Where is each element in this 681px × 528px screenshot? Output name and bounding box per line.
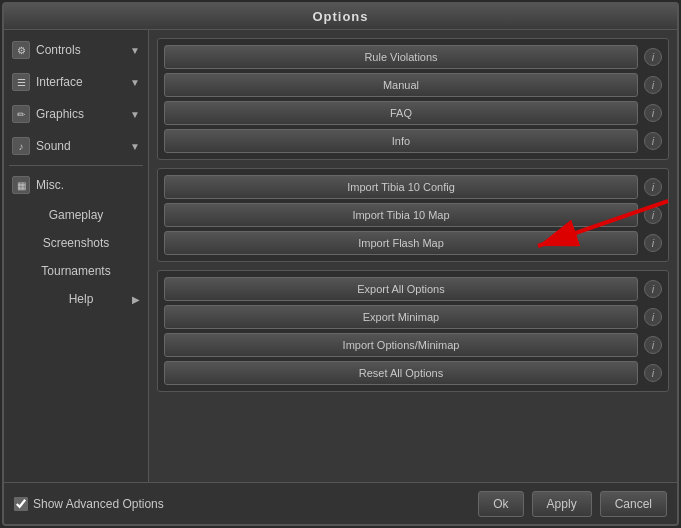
chevron-down-icon: ▼: [130, 77, 140, 88]
controls-icon: ⚙: [12, 41, 30, 59]
right-panel: Rule Violations i Manual i FAQ i Info i: [149, 30, 677, 482]
option-row: Info i: [164, 129, 662, 153]
show-advanced-text: Show Advanced Options: [33, 497, 164, 511]
bottom-bar: Show Advanced Options Ok Apply Cancel: [4, 482, 677, 524]
show-advanced-label[interactable]: Show Advanced Options: [14, 497, 164, 511]
sidebar-item-interface[interactable]: ☰ Interface ▼: [4, 67, 148, 97]
cancel-button[interactable]: Cancel: [600, 491, 667, 517]
info-icon[interactable]: i: [644, 336, 662, 354]
info-icon[interactable]: i: [644, 104, 662, 122]
export-all-options-button[interactable]: Export All Options: [164, 277, 638, 301]
sidebar-item-label: Controls: [36, 43, 124, 57]
import-tibia-group: Import Tibia 10 Config i Import Tibia 10…: [157, 168, 669, 262]
sidebar-item-screenshots[interactable]: Screenshots: [4, 230, 148, 256]
info-icon[interactable]: i: [644, 234, 662, 252]
reset-all-options-button[interactable]: Reset All Options: [164, 361, 638, 385]
sidebar-item-label: Gameplay: [49, 208, 104, 222]
sidebar-divider: [9, 165, 143, 166]
dialog-title: Options: [4, 4, 677, 30]
rule-violations-button[interactable]: Rule Violations: [164, 45, 638, 69]
chevron-down-icon: ▼: [130, 45, 140, 56]
option-row: Import Tibia 10 Config i: [164, 175, 662, 199]
ok-button[interactable]: Ok: [478, 491, 523, 517]
sidebar-item-gameplay[interactable]: Gameplay: [4, 202, 148, 228]
option-row: Import Tibia 10 Map i: [164, 203, 662, 227]
option-row: Export Minimap i: [164, 305, 662, 329]
sidebar-item-label: Interface: [36, 75, 124, 89]
chevron-right-icon: ▶: [132, 294, 140, 305]
sidebar-item-label: Help: [36, 292, 126, 306]
import-tibia10-map-button[interactable]: Import Tibia 10 Map: [164, 203, 638, 227]
misc-icon: ▦: [12, 176, 30, 194]
import-options-minimap-button[interactable]: Import Options/Minimap: [164, 333, 638, 357]
option-row: Manual i: [164, 73, 662, 97]
info-icon[interactable]: i: [644, 132, 662, 150]
sidebar-item-label: Tournaments: [41, 264, 110, 278]
sidebar-item-help[interactable]: Help ▶: [4, 286, 148, 312]
info-icon[interactable]: i: [644, 178, 662, 196]
graphics-icon: ✏: [12, 105, 30, 123]
export-minimap-button[interactable]: Export Minimap: [164, 305, 638, 329]
option-row: Import Flash Map i: [164, 231, 662, 255]
sidebar: ⚙ Controls ▼ ☰ Interface ▼ ✏ Graphics ▼ …: [4, 30, 149, 482]
info-button[interactable]: Info: [164, 129, 638, 153]
sidebar-item-tournaments[interactable]: Tournaments: [4, 258, 148, 284]
info-icon[interactable]: i: [644, 206, 662, 224]
manual-button[interactable]: Manual: [164, 73, 638, 97]
info-icon[interactable]: i: [644, 308, 662, 326]
help-links-group: Rule Violations i Manual i FAQ i Info i: [157, 38, 669, 160]
main-content: ⚙ Controls ▼ ☰ Interface ▼ ✏ Graphics ▼ …: [4, 30, 677, 482]
interface-icon: ☰: [12, 73, 30, 91]
apply-button[interactable]: Apply: [532, 491, 592, 517]
faq-button[interactable]: FAQ: [164, 101, 638, 125]
sidebar-item-label: Screenshots: [43, 236, 110, 250]
chevron-down-icon: ▼: [130, 109, 140, 120]
chevron-down-icon: ▼: [130, 141, 140, 152]
options-dialog: Options ⚙ Controls ▼ ☰ Interface ▼ ✏ Gra…: [2, 2, 679, 526]
info-icon[interactable]: i: [644, 76, 662, 94]
option-row: FAQ i: [164, 101, 662, 125]
show-advanced-checkbox[interactable]: [14, 497, 28, 511]
option-row: Reset All Options i: [164, 361, 662, 385]
sidebar-item-label: Misc.: [36, 178, 140, 192]
option-row: Rule Violations i: [164, 45, 662, 69]
sidebar-item-label: Graphics: [36, 107, 124, 121]
sidebar-item-label: Sound: [36, 139, 124, 153]
info-icon[interactable]: i: [644, 364, 662, 382]
export-import-group: Export All Options i Export Minimap i Im…: [157, 270, 669, 392]
import-flash-map-button[interactable]: Import Flash Map: [164, 231, 638, 255]
sidebar-item-controls[interactable]: ⚙ Controls ▼: [4, 35, 148, 65]
option-row: Import Options/Minimap i: [164, 333, 662, 357]
sidebar-item-graphics[interactable]: ✏ Graphics ▼: [4, 99, 148, 129]
info-icon[interactable]: i: [644, 280, 662, 298]
info-icon[interactable]: i: [644, 48, 662, 66]
sound-icon: ♪: [12, 137, 30, 155]
import-tibia10-config-button[interactable]: Import Tibia 10 Config: [164, 175, 638, 199]
option-row: Export All Options i: [164, 277, 662, 301]
sidebar-item-sound[interactable]: ♪ Sound ▼: [4, 131, 148, 161]
sidebar-item-misc[interactable]: ▦ Misc.: [4, 170, 148, 200]
